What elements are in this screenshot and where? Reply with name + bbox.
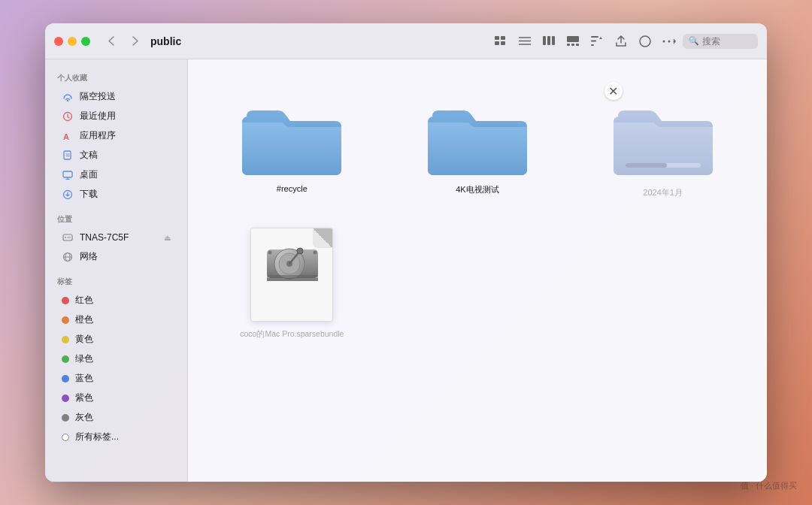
file-item-recycle[interactable]: #recycle — [211, 82, 374, 204]
svg-point-45 — [297, 248, 303, 254]
sidebar-item-tag-green[interactable]: 绿色 — [50, 349, 183, 368]
svg-text:A: A — [63, 132, 69, 141]
airdrop-icon — [62, 91, 74, 103]
content-area: #recycle — [188, 59, 767, 482]
svg-point-32 — [65, 237, 66, 238]
more-btn[interactable] — [659, 31, 680, 52]
gallery-view-btn[interactable] — [562, 31, 583, 52]
network-icon — [62, 251, 74, 263]
svg-rect-9 — [552, 36, 555, 45]
tag-label: 所有标签... — [75, 431, 119, 443]
sidebar: 个人收藏 隔空投送 最近使用 A 应用程序 — [45, 59, 188, 482]
column-view-btn[interactable] — [538, 31, 559, 52]
tag-dot-purple — [62, 395, 69, 402]
favorites-section-label: 个人收藏 — [45, 68, 187, 86]
file-item-sparsebundle[interactable]: coco的Mac Pro.sparsebundle — [211, 219, 374, 346]
svg-point-19 — [668, 40, 671, 42]
file-label: coco的Mac Pro.sparsebundle — [240, 329, 344, 340]
svg-rect-24 — [64, 151, 71, 159]
minimize-button[interactable] — [68, 37, 77, 46]
file-label: #recycle — [277, 184, 308, 193]
close-button[interactable] — [54, 37, 63, 46]
sidebar-item-tag-gray[interactable]: 灰色 — [50, 408, 183, 427]
svg-rect-1 — [501, 36, 505, 40]
sidebar-item-docs[interactable]: 文稿 — [50, 146, 183, 165]
sidebar-item-tag-yellow[interactable]: 黄色 — [50, 330, 183, 349]
tag-label: 黄色 — [75, 333, 93, 346]
tag-label: 紫色 — [75, 392, 93, 404]
tag-dot-yellow — [62, 336, 69, 343]
apps-icon: A — [62, 130, 74, 142]
sidebar-item-tag-blue[interactable]: 蓝色 — [50, 369, 183, 388]
sidebar-item-label: 桌面 — [80, 168, 98, 181]
sidebar-item-label: TNAS-7C5F — [80, 232, 129, 243]
titlebar: public — [45, 23, 767, 59]
list-view-btn[interactable] — [514, 31, 535, 52]
sidebar-item-label: 网络 — [80, 250, 98, 263]
tag-label: 绿色 — [75, 352, 93, 365]
toolbar-right: 🔍 — [490, 31, 758, 52]
sidebar-item-tag-red[interactable]: 红色 — [50, 291, 183, 310]
tag-dot-orange — [62, 316, 69, 324]
svg-rect-12 — [571, 44, 574, 46]
badge-x-icon: ✕ — [604, 82, 623, 100]
sidebar-item-desktop[interactable]: 桌面 — [50, 165, 183, 184]
svg-rect-0 — [495, 36, 499, 40]
svg-rect-3 — [501, 41, 505, 45]
folder-icon-4k — [425, 88, 530, 178]
breadcrumb-path: public — [150, 35, 181, 47]
svg-rect-11 — [567, 44, 570, 46]
tag-dot-green — [62, 355, 69, 363]
svg-rect-13 — [576, 44, 579, 46]
search-icon: 🔍 — [689, 36, 699, 46]
sidebar-item-nas[interactable]: TNAS-7C5F ⏏ — [50, 228, 183, 246]
svg-point-18 — [663, 40, 665, 42]
eject-icon[interactable]: ⏏ — [164, 234, 171, 242]
sidebar-item-network[interactable]: 网络 — [50, 247, 183, 266]
tag-btn[interactable] — [635, 31, 656, 52]
tags-section-label: 标签 — [45, 272, 187, 290]
main-layout: 个人收藏 隔空投送 最近使用 A 应用程序 — [45, 59, 767, 482]
sidebar-item-tag-orange[interactable]: 橙色 — [50, 310, 183, 329]
svg-rect-7 — [543, 36, 546, 45]
tag-dot-gray — [62, 414, 69, 422]
sidebar-item-recent[interactable]: 最近使用 — [50, 107, 183, 125]
sidebar-item-downloads[interactable]: 下载 — [50, 185, 183, 204]
svg-rect-51 — [267, 278, 318, 281]
back-button[interactable] — [102, 32, 120, 50]
sidebar-item-label: 文稿 — [80, 149, 98, 162]
traffic-lights — [54, 37, 90, 46]
nas-icon — [62, 231, 74, 243]
sidebar-item-tag-all[interactable]: 所有标签... — [50, 428, 183, 446]
sidebar-item-apps[interactable]: A 应用程序 — [50, 126, 183, 145]
maximize-button[interactable] — [81, 37, 90, 46]
tag-label: 红色 — [75, 294, 93, 307]
svg-rect-2 — [495, 41, 499, 45]
hdd-svg — [262, 242, 323, 298]
icon-view-btn[interactable] — [490, 31, 511, 52]
search-input[interactable] — [702, 36, 755, 47]
sidebar-item-tag-purple[interactable]: 紫色 — [50, 389, 183, 407]
share-btn[interactable] — [611, 31, 632, 52]
svg-point-17 — [640, 36, 650, 47]
search-box[interactable]: 🔍 — [683, 34, 758, 49]
tag-label: 灰色 — [75, 411, 93, 424]
sidebar-item-label: 隔空投送 — [80, 90, 116, 103]
svg-rect-16 — [591, 44, 594, 46]
tag-label: 橙色 — [75, 313, 93, 326]
file-item-4k[interactable]: 4K电视测试 — [396, 82, 559, 204]
sort-btn[interactable] — [586, 31, 607, 52]
file-item-2024jan[interactable]: ✕ — [581, 82, 744, 204]
sidebar-item-label: 最近使用 — [80, 110, 116, 122]
svg-point-21 — [67, 99, 68, 101]
finder-window: public — [45, 23, 767, 482]
docs-icon — [62, 150, 74, 162]
svg-point-47 — [314, 250, 317, 254]
forward-button[interactable] — [126, 32, 144, 50]
svg-rect-38 — [626, 163, 667, 168]
tag-all-icon — [62, 434, 69, 441]
watermark: 值 · 什么值得买 — [741, 480, 797, 491]
sidebar-item-airdrop[interactable]: 隔空投送 — [50, 87, 183, 106]
svg-point-46 — [268, 250, 272, 254]
desktop-icon — [62, 169, 74, 181]
